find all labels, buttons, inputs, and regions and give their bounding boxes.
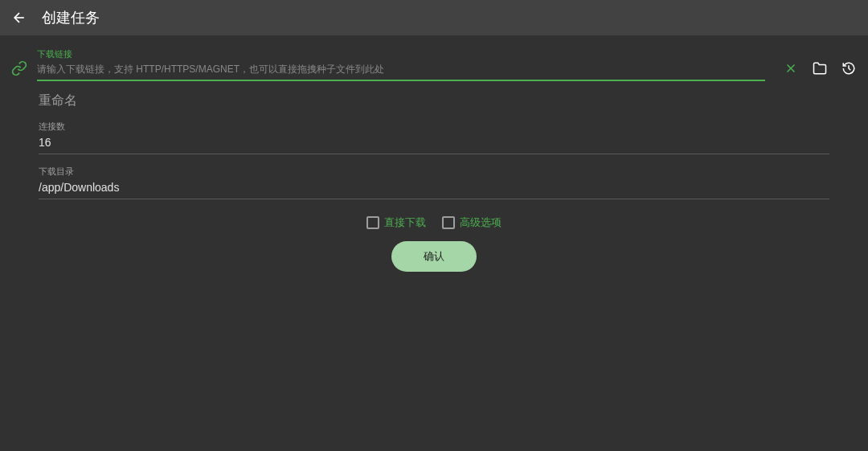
back-icon[interactable] bbox=[11, 10, 27, 26]
confirm-row: 确认 bbox=[0, 241, 868, 272]
form-section: 重命名 连接数 16 下载目录 /app/Downloads bbox=[0, 81, 868, 199]
url-label: 下载链接 bbox=[37, 48, 765, 60]
download-dir-value[interactable]: /app/Downloads bbox=[39, 179, 829, 199]
connections-field: 连接数 16 bbox=[39, 121, 829, 154]
connections-label: 连接数 bbox=[39, 121, 829, 133]
url-input[interactable] bbox=[37, 60, 765, 81]
folder-icon[interactable] bbox=[812, 60, 828, 76]
connections-value[interactable]: 16 bbox=[39, 134, 829, 154]
checkbox-box-icon bbox=[366, 216, 379, 229]
download-dir-label: 下载目录 bbox=[39, 166, 829, 178]
confirm-button[interactable]: 确认 bbox=[391, 241, 477, 272]
advanced-options-checkbox[interactable]: 高级选项 bbox=[442, 215, 502, 230]
checkbox-row: 直接下载 高级选项 bbox=[0, 215, 868, 230]
direct-download-checkbox[interactable]: 直接下载 bbox=[366, 215, 426, 230]
url-section: 下载链接 bbox=[0, 48, 868, 81]
advanced-options-label: 高级选项 bbox=[460, 215, 502, 230]
header-bar: 创建任务 bbox=[0, 0, 868, 35]
page-title: 创建任务 bbox=[42, 8, 100, 27]
link-icon bbox=[11, 60, 27, 76]
history-icon[interactable] bbox=[841, 60, 857, 76]
rename-label[interactable]: 重命名 bbox=[39, 81, 829, 109]
clear-icon[interactable] bbox=[783, 60, 799, 76]
url-input-wrapper: 下载链接 bbox=[37, 48, 765, 81]
direct-download-label: 直接下载 bbox=[384, 215, 426, 230]
download-dir-field: 下载目录 /app/Downloads bbox=[39, 166, 829, 199]
main-content: 下载链接 bbox=[0, 35, 868, 272]
checkbox-box-icon bbox=[442, 216, 455, 229]
url-actions bbox=[783, 60, 857, 76]
